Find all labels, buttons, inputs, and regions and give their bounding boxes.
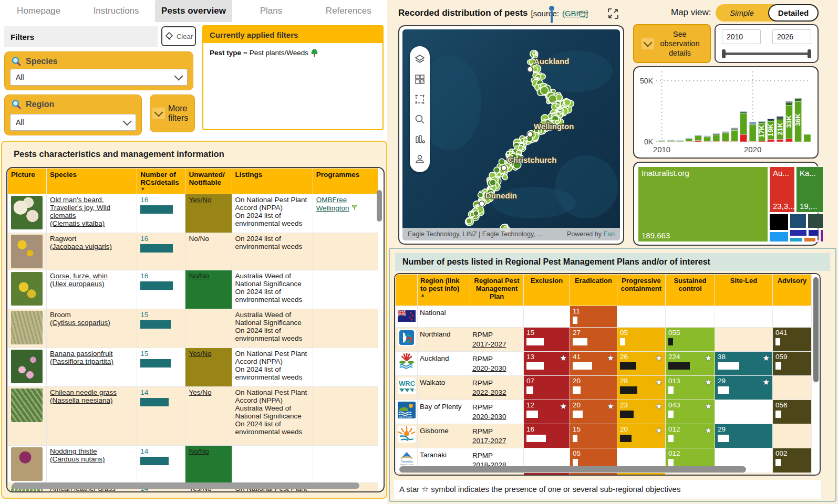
bar-segment-green[interactable]	[686, 139, 692, 141]
eradication-cell[interactable]: 27	[570, 328, 617, 352]
map-view-detailed-option[interactable]: Detailed	[768, 4, 819, 22]
basemap-gallery-icon[interactable]	[414, 74, 426, 85]
rpmp-col-header[interactable]: Progressive containment	[617, 275, 666, 306]
plan-years-link[interactable]: 2022-2032	[472, 388, 506, 396]
bar-segment-dark-green[interactable]	[722, 132, 729, 133]
exclusion-cell[interactable]: 16	[524, 424, 570, 448]
species-link[interactable]: Nodding thistle	[50, 447, 97, 455]
bar-segment-dark-green[interactable]	[785, 103, 792, 106]
observation-dot[interactable]	[502, 175, 508, 180]
bar-segment-dark-green[interactable]	[758, 122, 765, 123]
treemap-block[interactable]	[790, 237, 803, 242]
pests-table-vscrollbar[interactable]	[377, 190, 382, 222]
species-photo[interactable]	[11, 235, 43, 268]
progressive-cell[interactable]: 23★	[617, 400, 666, 424]
bar-segment-green[interactable]	[722, 133, 729, 141]
slider-pin-icon[interactable]	[547, 4, 556, 24]
observation-dot[interactable]	[506, 151, 510, 154]
advisory-cell[interactable]: 041	[773, 328, 812, 352]
species-link[interactable]: Chilean needle grass	[50, 388, 117, 396]
bar-segment-light-blue[interactable]	[758, 121, 765, 121]
plan-years-link[interactable]: 2020-2030	[472, 364, 506, 372]
species-link[interactable]: Banana passionfruit	[50, 350, 112, 358]
rpmp-col-header[interactable]: Region (link to pest info)▲	[418, 275, 470, 306]
eradication-cell[interactable]: 41★	[570, 352, 617, 376]
species-scientific-link[interactable]: (Carduus nutans)	[50, 455, 105, 463]
treemap-block[interactable]	[820, 229, 823, 242]
bar-segment-navy[interactable]	[777, 117, 783, 118]
exclusion-cell[interactable]: 12★	[524, 400, 570, 424]
unwanted-cell[interactable]: Yes/No	[185, 348, 232, 387]
bar-segment-light-blue[interactable]	[740, 111, 747, 112]
bar-segment-red[interactable]	[740, 134, 747, 142]
tab-references[interactable]: References	[310, 0, 387, 22]
bar-segment-light-blue[interactable]	[777, 116, 783, 117]
advisory-cell[interactable]: 059	[773, 352, 812, 376]
observation-dot[interactable]	[466, 218, 472, 224]
pests-col-header[interactable]: Species	[47, 169, 137, 194]
bar-segment-light-blue[interactable]	[731, 128, 738, 128]
observations-bar-chart[interactable]: 2010202050K0K17K19K21K33K36K	[634, 67, 818, 158]
map-area[interactable]: AucklandWellingtonChristchurchDunedin Ea…	[402, 29, 620, 240]
eradication-cell[interactable]: 11	[570, 306, 617, 328]
layers-icon[interactable]	[414, 54, 426, 65]
exclusion-cell[interactable]: 11	[524, 472, 570, 476]
bar-segment-light-blue[interactable]	[658, 140, 665, 141]
bar-segment-navy[interactable]	[768, 119, 774, 120]
pests-col-header[interactable]: Programmes	[313, 169, 378, 194]
treemap-block[interactable]	[790, 214, 806, 228]
tab-instructions[interactable]: Instructions	[77, 0, 154, 22]
sustained-cell[interactable]: 055	[666, 328, 715, 352]
exclusion-cell[interactable]: 13★	[524, 352, 570, 376]
species-link[interactable]: Gorse, furze, whin	[50, 272, 108, 280]
plan-years-link[interactable]: 2017-2027	[472, 340, 506, 348]
progressive-cell[interactable]: 20★	[617, 424, 666, 448]
year-from-input[interactable]: 2010	[722, 29, 761, 44]
year-range-handle-left[interactable]	[722, 49, 726, 58]
species-scientific-link[interactable]: (Cytisus scoparius)	[50, 319, 110, 327]
species-photo[interactable]	[11, 311, 43, 344]
select-area-icon[interactable]	[414, 93, 426, 105]
advisory-cell[interactable]: 002	[773, 448, 812, 472]
pests-table-hscrollbar[interactable]	[13, 482, 359, 489]
rpmp-col-header[interactable]: Advisory	[773, 275, 812, 306]
region-name-cell[interactable]: Bay of Plenty	[418, 400, 470, 424]
sort-desc-icon[interactable]: ▼	[140, 186, 182, 192]
treemap-block[interactable]	[808, 214, 823, 228]
pests-col-header[interactable]: Picture	[8, 169, 47, 194]
more-filters-button[interactable]: More filters	[150, 94, 195, 132]
bar-segment-navy[interactable]	[758, 121, 765, 122]
treemap-block[interactable]	[769, 232, 789, 242]
observation-dot[interactable]	[556, 104, 560, 108]
bar-segment-green[interactable]	[695, 136, 701, 141]
bar-segment-red[interactable]	[785, 139, 792, 142]
progressive-cell[interactable]: 28★	[617, 376, 666, 400]
treemap-block[interactable]	[817, 240, 820, 242]
species-link[interactable]: Ragwort	[50, 235, 76, 243]
bar-segment-dark-green[interactable]	[768, 120, 774, 122]
species-scientific-link[interactable]: (Jacobaea vulgaris)	[50, 243, 112, 250]
rpmp-col-header[interactable]: Regional Pest Management Plan	[470, 275, 524, 306]
progressive-cell[interactable]: 26★	[617, 352, 666, 376]
exclusion-cell[interactable]: 15	[524, 328, 570, 352]
bar-segment-light-blue[interactable]	[686, 138, 692, 139]
pests-col-header[interactable]: Number of RCs/details▼	[137, 169, 185, 194]
bar-segment-light-blue[interactable]	[677, 140, 684, 141]
treemap-block-au[interactable]: Au...23,3...	[769, 166, 795, 213]
bar-segment-red[interactable]	[777, 139, 783, 142]
species-link[interactable]: Broom	[50, 311, 71, 319]
sources-treemap[interactable]: Inaturalist.org189,663Au...23,3...Ka...1…	[638, 166, 814, 241]
unwanted-cell[interactable]: Yes/No	[185, 194, 232, 233]
siteled-cell[interactable]: 29★	[715, 376, 773, 400]
treemap-block[interactable]	[769, 214, 789, 230]
rpmp-col-header[interactable]: Exclusion	[524, 275, 570, 306]
species-photo[interactable]	[11, 350, 43, 383]
bar-segment-green[interactable]	[740, 113, 747, 134]
chart-columns-icon[interactable]	[414, 133, 426, 145]
bar-segment-green[interactable]	[704, 137, 711, 141]
eradication-cell[interactable]: 15	[570, 424, 617, 448]
bar-segment-red[interactable]	[768, 139, 774, 142]
bar-segment-light-blue[interactable]	[722, 131, 729, 132]
person-icon[interactable]	[414, 153, 426, 165]
observation-dot[interactable]	[499, 159, 505, 165]
